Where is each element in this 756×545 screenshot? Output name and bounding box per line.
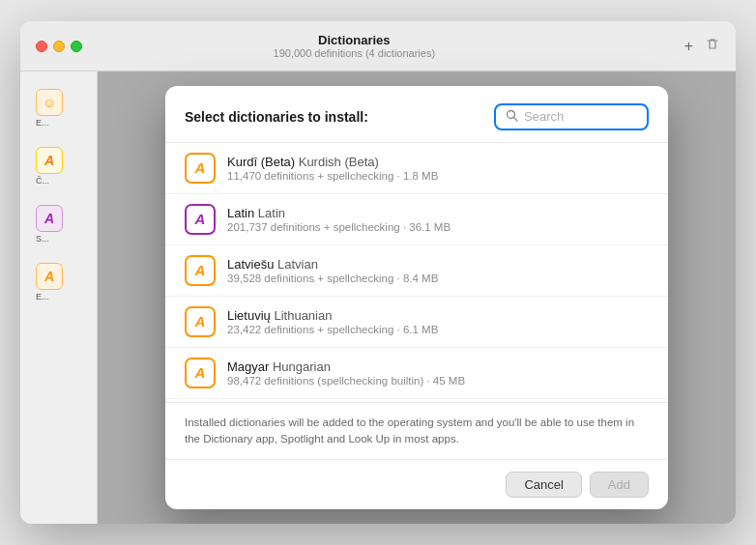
dict-info-lietuviu: Lietuvių Lithuanian 23,422 definitions +… (227, 308, 649, 335)
window-title: Dictionaries (318, 33, 390, 47)
dict-icon-magyar: A (185, 358, 216, 388)
czech-dict-icon: A (36, 147, 63, 174)
add-button[interactable]: Add (590, 472, 649, 498)
search-input[interactable] (524, 109, 637, 124)
sidebar-item-english-label: E... (36, 292, 49, 301)
sidebar-item-english[interactable]: A E... (28, 257, 89, 307)
trash-icon (705, 37, 720, 52)
sidebar: ☺ E... A Č... A S... A E... (20, 72, 98, 524)
dict-meta-latin: 201,737 definitions + spellchecking · 36… (227, 221, 649, 233)
modal-buttons: Cancel Add (165, 460, 668, 509)
dict-name-lietuviu: Lietuvių Lithuanian (227, 308, 649, 323)
sidebar-item-czech-label: Č... (36, 176, 49, 186)
list-item[interactable]: A Magyar Hungarian 98,472 definitions (s… (165, 348, 668, 399)
dict-meta-kurdi: 11,470 definitions + spellchecking · 1.8… (227, 170, 649, 182)
dict-name-magyar: Magyar Hungarian (227, 359, 649, 374)
dict-icon-latin: A (185, 204, 216, 235)
add-dictionary-button[interactable]: + (684, 39, 693, 54)
dict-meta-magyar: 98,472 definitions (spellchecking builti… (227, 375, 649, 387)
list-item[interactable]: A Latviešu Latvian 39,528 definitions + … (165, 245, 668, 297)
dict-name-latin: Latin Latin (227, 206, 649, 220)
dict-info-latviesu: Latviešu Latvian 39,528 definitions + sp… (227, 257, 649, 284)
emoji-dict-icon: ☺ (36, 89, 63, 116)
list-item[interactable]: A Lietuvių Lithuanian 23,422 definitions… (165, 297, 668, 348)
title-bar: Dictionaries 190,000 definitions (4 dict… (20, 21, 736, 72)
title-bar-actions: + (684, 37, 720, 55)
install-dictionaries-modal: Select dictionaries to install: (165, 86, 668, 510)
dict-meta-lietuviu: 23,422 definitions + spellchecking · 6.1… (227, 324, 649, 335)
sidebar-item-latin-label: S... (36, 234, 49, 244)
search-box[interactable] (494, 103, 649, 130)
window-subtitle: 190,000 definitions (4 dictionaries) (274, 47, 436, 59)
english-dict-icon: A (36, 263, 63, 290)
modal-header: Select dictionaries to install: (165, 86, 668, 142)
dict-meta-latviesu: 39,528 definitions + spellchecking · 8.4… (227, 272, 649, 284)
svg-line-1 (514, 117, 518, 121)
modal-footer-note: Installed dictionaries will be added to … (165, 403, 668, 461)
dict-name-latviesu: Latviešu Latvian (227, 257, 649, 272)
search-icon (506, 109, 518, 125)
dict-icon-latviesu: A (185, 255, 216, 286)
delete-button[interactable] (705, 37, 720, 55)
app-window: Dictionaries 190,000 definitions (4 dict… (20, 21, 736, 524)
main-content: Select dictionaries to install: (98, 72, 736, 524)
dict-info-magyar: Magyar Hungarian 98,472 definitions (spe… (227, 359, 649, 387)
dict-icon-kurdi: A (185, 153, 216, 184)
dict-info-kurdi: Kurdî (Beta) Kurdish (Beta) 11,470 defin… (227, 155, 649, 182)
dict-info-latin: Latin Latin 201,737 definitions + spellc… (227, 206, 649, 233)
modal-title: Select dictionaries to install: (185, 109, 368, 125)
title-bar-center: Dictionaries 190,000 definitions (4 dict… (32, 33, 677, 59)
dict-icon-lietuviu: A (185, 306, 216, 337)
app-body: ☺ E... A Č... A S... A E... Select dicti… (20, 72, 736, 524)
modal-overlay: Select dictionaries to install: (98, 72, 736, 524)
sidebar-item-czech[interactable]: A Č... (28, 141, 89, 191)
cancel-button[interactable]: Cancel (506, 472, 581, 498)
list-item[interactable]: A Kurdî (Beta) Kurdish (Beta) 11,470 def… (165, 143, 668, 194)
sidebar-item-latin[interactable]: A S... (28, 199, 89, 249)
sidebar-item-emoji[interactable]: ☺ E... (28, 83, 89, 133)
list-item[interactable]: A Latin Latin 201,737 definitions + spel… (165, 194, 668, 245)
latin-sidebar-icon: A (36, 205, 63, 232)
dict-name-kurdi: Kurdî (Beta) Kurdish (Beta) (227, 155, 649, 169)
dictionary-list: A Kurdî (Beta) Kurdish (Beta) 11,470 def… (165, 142, 668, 403)
sidebar-item-emoji-label: E... (36, 118, 49, 128)
